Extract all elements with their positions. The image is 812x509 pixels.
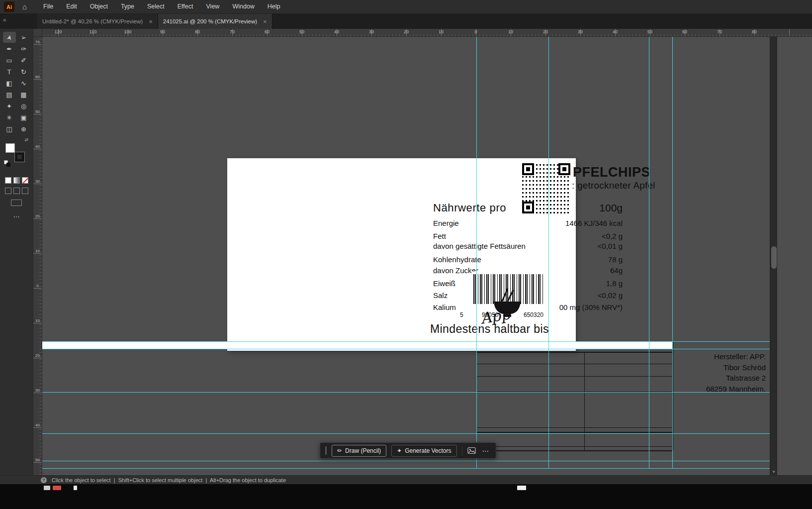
gradient-button[interactable] [13,177,20,184]
ruler-tick-label: 80 [747,29,762,34]
nutrition-row[interactable]: Energie 1466 KJ/346 kcal [433,219,623,227]
default-colors-icon[interactable] [4,160,8,164]
gradient-tool[interactable]: ▤ [3,89,16,100]
artwork-line[interactable] [476,450,673,451]
color-button[interactable] [5,177,11,184]
menu-item[interactable]: View [200,0,226,13]
draw-normal-button[interactable] [5,188,11,194]
manufacturer-address[interactable]: Hersteller: APP. Tibor Schröd Talstrasse… [706,351,766,394]
nutrition-value: 1,8 g [606,279,623,288]
ruler-tick-label: 80 [190,29,205,34]
close-icon[interactable]: × [263,18,267,25]
rotate-tool[interactable]: ↻ [17,66,30,77]
pencil-icon: ✏ [337,447,342,454]
curvature-tool[interactable]: ✑ [17,43,30,54]
draw-inside-button[interactable] [22,188,28,194]
ruler-tick-label: 30 [364,29,379,34]
menu-item[interactable]: File [37,0,60,13]
product-title[interactable]: PFELCHIPS [573,165,650,180]
artboard-tool[interactable]: ▣ [17,112,30,123]
generate-vectors-label: Generate Vectors [405,447,451,454]
menu-item[interactable]: Window [226,0,261,13]
fill-swatch[interactable] [5,143,15,153]
rectangle-tool[interactable]: ▭ [3,55,16,66]
zoom-tool[interactable]: ⊕ [17,123,30,134]
collapse-panel-icon[interactable]: « [3,16,6,23]
document-tab[interactable]: Untitled-2* @ 40,26 % (CMYK/Preview) × [37,14,158,29]
mesh-tool[interactable]: ▦ [17,89,30,100]
more-options-icon[interactable]: ⋯ [481,447,491,455]
scrollbar-thumb[interactable] [771,246,777,269]
artwork-line[interactable] [476,376,673,377]
nutrition-row[interactable]: Fett <0,2 g [433,232,623,240]
draw-behind-button[interactable] [13,188,20,194]
artwork-white-strip[interactable] [42,341,672,349]
generate-vectors-button[interactable]: ✦ Generate Vectors [391,445,456,457]
artwork-line[interactable] [476,352,673,353]
nutrition-value: 78 g [608,255,623,264]
draw-pencil-button[interactable]: ✏ Draw (Pencil) [332,445,386,457]
screen-mode-button[interactable] [11,200,22,206]
taskbar-icon[interactable] [53,486,61,490]
edit-toolbar-icon[interactable]: ⋯ [0,213,33,220]
menu-item[interactable]: Help [261,0,287,13]
blend-tool[interactable]: ◎ [17,101,30,111]
direct-selection-tool[interactable]: ➢ [17,32,30,43]
ingredients-text[interactable]: : getrockneter Apfel [572,180,655,191]
smooth-tool[interactable]: ∿ [17,78,30,89]
swap-fill-stroke-icon[interactable]: ⇄ [24,137,28,142]
selection-tool[interactable]: ➤ [3,32,16,43]
taskbar-icon[interactable] [517,486,526,490]
menu-item[interactable]: Object [84,0,114,13]
drag-handle[interactable] [325,446,327,455]
media-icon[interactable] [467,447,476,454]
home-icon[interactable]: ⌂ [22,0,27,14]
nutrition-row[interactable]: Kohlenhydrate 78 g [433,255,623,264]
help-icon[interactable]: ? [41,477,47,483]
nutrition-amount[interactable]: 100g [599,202,623,214]
qr-finder [522,163,534,175]
nutrition-row[interactable]: davon gesättigte Fettsäuren <0,01 g [433,242,623,250]
taskbar-icon[interactable] [74,486,77,490]
nutrition-header[interactable]: Nährwerte pro [433,202,506,214]
menubar: Ai ⌂ File Edit Object Type Select Effect… [0,0,812,14]
symbol-sprayer-tool[interactable]: ✳ [3,112,16,123]
artwork-line[interactable] [476,427,673,428]
illustrator-logo-icon[interactable]: Ai [4,1,14,12]
nutrition-label: davon gesättigte Fettsäuren [433,242,526,250]
type-tool[interactable]: T [3,66,16,77]
nutrition-label: Salz [433,291,448,300]
qr-finder [522,202,534,213]
nutrition-label: Eiweiß [433,279,455,288]
draw-mode-row [0,188,33,194]
eyedropper-tool[interactable]: ✦ [3,101,16,111]
artwork-line[interactable] [476,364,673,364]
none-button[interactable] [22,177,28,184]
ruler-tick-label: 20 [399,29,414,34]
graph-tool[interactable]: ◫ [3,123,16,134]
menu-item[interactable]: Effect [171,0,200,13]
menu-item[interactable]: Edit [60,0,84,13]
ruler-corner[interactable] [33,29,42,37]
close-icon[interactable]: × [149,18,153,25]
document-tab[interactable]: 241025.ai @ 200 % (CMYK/Preview) × [158,14,272,29]
artwork-line[interactable] [476,446,673,447]
eraser-tool[interactable]: ◧ [3,78,16,89]
scroll-down-icon[interactable]: ▾ [770,468,777,475]
artwork-line[interactable] [476,432,673,433]
qr-code[interactable] [521,162,572,215]
paintbrush-tool[interactable]: ✐ [17,55,30,66]
ruler-tick-label: 50 [35,109,40,114]
tab-label: Untitled-2* @ 40,26 % (CMYK/Preview) [42,18,143,24]
draw-pencil-label: Draw (Pencil) [345,447,381,454]
artwork-line[interactable] [584,352,585,450]
menu-item[interactable]: Select [141,0,171,13]
taskbar-icon[interactable] [44,486,50,490]
nutrition-value: 1466 KJ/346 kcal [565,219,623,227]
menu-item[interactable]: Type [114,0,141,13]
stroke-swatch[interactable] [15,152,24,162]
pen-tool[interactable]: ✒ [3,43,16,54]
canvas[interactable]: PFELCHIPS : getrockneter Apfel Nährwerte… [42,37,812,475]
ruler-tick-label: 60 [677,29,692,34]
vertical-scrollbar[interactable]: ▾ [770,37,777,475]
